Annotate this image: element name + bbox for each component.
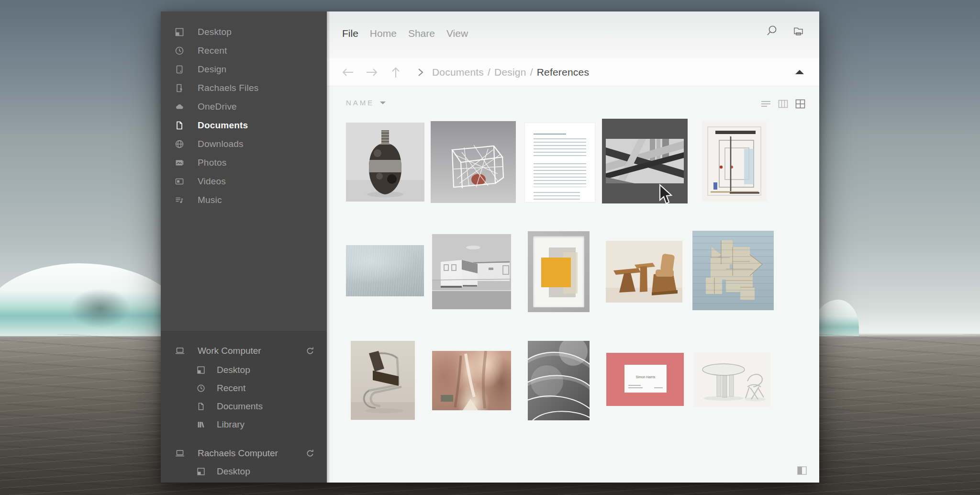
breadcrumb-separator: / <box>530 67 533 78</box>
subitem-label: Documents <box>217 401 263 412</box>
music-icon <box>174 195 185 205</box>
sidebar-item-desktop[interactable]: Desktop <box>161 22 327 41</box>
new-folder-icon[interactable] <box>792 24 805 37</box>
card-detail-line <box>654 387 663 388</box>
sidebar-item-music[interactable]: Music <box>161 191 327 209</box>
document-icon <box>174 120 185 131</box>
sidebar-item-documents[interactable]: Documents <box>161 116 327 135</box>
doc-paragraph <box>534 192 580 200</box>
sidebar-devices-section: Work Computer Desktop Recent Documents L… <box>161 331 327 483</box>
breadcrumb: Documents/Design/References <box>432 67 589 78</box>
sidebar-item-design[interactable]: Design <box>161 60 327 79</box>
subitem-label: Desktop <box>217 466 250 477</box>
sort-label: NAME <box>346 99 374 107</box>
thumbnail-blue-texture[interactable] <box>346 245 424 296</box>
shared-file-icon <box>174 83 185 93</box>
sidebar-item-label: Downloads <box>198 139 244 149</box>
up-arrow-icon[interactable] <box>388 65 403 79</box>
thumbnail-cantilever-chair[interactable] <box>351 341 415 420</box>
sidebar-item-videos[interactable]: Videos <box>161 172 327 191</box>
subitem-label: Library <box>217 419 245 430</box>
thumbnail-blue-quilt[interactable] <box>692 231 774 310</box>
sidebar-subitem-documents[interactable]: Documents <box>161 397 327 416</box>
trailer-image <box>432 234 511 309</box>
document-icon <box>196 402 206 411</box>
sidebar: Desktop Recent Design Rachaels Files One… <box>161 11 327 483</box>
sidebar-item-label: Rachaels Files <box>198 83 258 93</box>
thumbnail-framed-abstract[interactable] <box>528 231 590 312</box>
thumbnail-trailer-home[interactable] <box>432 234 511 309</box>
caret-down-icon <box>380 101 386 104</box>
sort-dropdown[interactable]: NAME <box>346 99 386 107</box>
sidebar-device-rachaels-computer[interactable]: Rachaels Computer <box>161 444 327 462</box>
sidebar-item-onedrive[interactable]: OneDrive <box>161 97 327 116</box>
desktop-icon <box>196 365 206 375</box>
breadcrumb-segment-design[interactable]: Design <box>494 67 526 78</box>
device-label: Work Computer <box>198 346 261 356</box>
sidebar-item-downloads[interactable]: Downloads <box>161 135 327 153</box>
beams-image <box>606 139 684 183</box>
breadcrumb-segment-references[interactable]: References <box>537 67 589 78</box>
tablet-icon <box>174 64 185 75</box>
doc-paragraph <box>534 138 586 158</box>
video-icon <box>174 176 185 187</box>
list-icon[interactable] <box>760 99 771 109</box>
thumbnail-wooden-furniture[interactable] <box>606 241 682 303</box>
art-yellow-block <box>541 258 571 287</box>
sidebar-subitem-desktop[interactable]: Desktop <box>161 361 327 379</box>
grid-icon[interactable] <box>795 99 806 109</box>
sidebar-item-photos[interactable]: Photos <box>161 153 327 172</box>
menu-view[interactable]: View <box>446 28 468 39</box>
search-icon[interactable] <box>766 24 779 37</box>
sidebar-item-label: Desktop <box>198 27 232 37</box>
refresh-icon[interactable] <box>305 448 315 459</box>
columns-icon[interactable] <box>778 99 789 109</box>
chevron-right-icon[interactable] <box>415 67 425 78</box>
forward-arrow-icon[interactable] <box>364 65 379 79</box>
thumbnail-text-document[interactable] <box>525 123 595 202</box>
thumbnail-table-sketch[interactable] <box>694 352 770 407</box>
sidebar-subitem-library[interactable]: Library <box>161 416 327 434</box>
thumbnail-glass-door[interactable] <box>702 121 767 201</box>
thumbnail-business-card[interactable]: Simon Harris <box>606 353 684 406</box>
sidebar-device-work-computer[interactable]: Work Computer <box>161 342 327 360</box>
desktop-icon <box>174 27 185 37</box>
split-view-icon[interactable] <box>797 466 807 475</box>
thumbnail-string-cube[interactable] <box>431 121 516 203</box>
sidebar-item-label: Documents <box>198 120 248 131</box>
thumbnail-steel-beams-selected[interactable] <box>602 119 688 203</box>
menu-share[interactable]: Share <box>408 28 435 39</box>
thumbnail-striped-vase[interactable] <box>346 123 424 202</box>
photos-icon <box>174 158 185 168</box>
subitem-label: Recent <box>217 383 245 394</box>
sidebar-subitem-desktop-2[interactable]: Desktop <box>161 462 327 481</box>
sidebar-item-rachaels-files[interactable]: Rachaels Files <box>161 79 327 97</box>
sidebar-item-label: Videos <box>198 176 226 187</box>
sidebar-item-label: Photos <box>198 158 226 168</box>
menu-home[interactable]: Home <box>370 28 397 39</box>
caret-up-icon[interactable] <box>795 70 804 74</box>
menu-items: File Home Share View <box>342 28 468 39</box>
main-panel: File Home Share View Documents/Design/Re… <box>327 11 819 483</box>
sidebar-item-recent[interactable]: Recent <box>161 41 327 60</box>
card-detail-line <box>628 387 643 388</box>
clock-icon <box>196 383 206 393</box>
thumbnail-canyon-watercolor[interactable] <box>432 351 511 410</box>
sidebar-subitem-recent[interactable]: Recent <box>161 379 327 397</box>
thumbnail-light-swirl[interactable] <box>528 341 590 420</box>
chair-image <box>351 341 415 420</box>
back-arrow-icon[interactable] <box>340 65 356 79</box>
breadcrumb-segment-documents[interactable]: Documents <box>432 67 484 78</box>
subitem-label: Desktop <box>217 365 250 375</box>
file-explorer-window: Desktop Recent Design Rachaels Files One… <box>161 11 819 483</box>
sidebar-item-label: Recent <box>198 45 227 56</box>
device-label: Rachaels Computer <box>198 448 278 459</box>
breadcrumb-bar: Documents/Design/References <box>327 58 819 86</box>
menu-file[interactable]: File <box>342 28 358 39</box>
sketch-image <box>694 352 770 407</box>
door-image <box>702 121 767 201</box>
books-icon <box>196 420 206 429</box>
laptop-icon <box>174 346 186 356</box>
refresh-icon[interactable] <box>305 346 315 356</box>
vase-image <box>346 123 424 202</box>
